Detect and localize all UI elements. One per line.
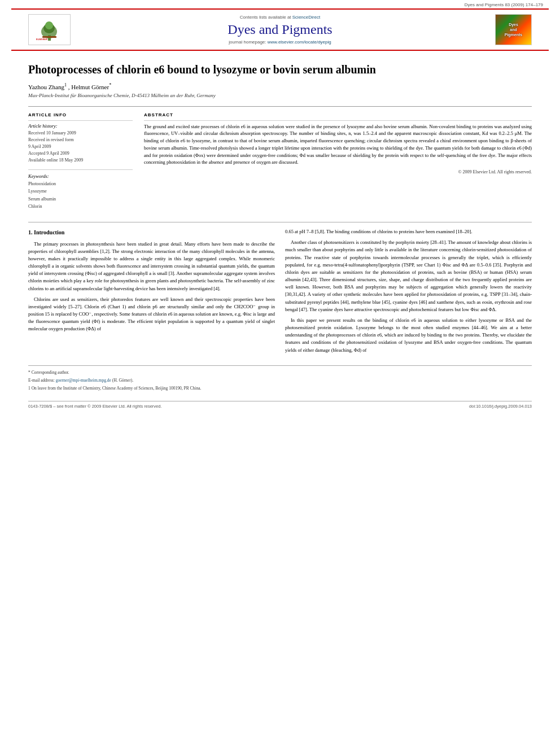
online-date: Available online 18 May 2009 <box>28 157 133 164</box>
journal-title: Dyes and Pigments <box>79 22 481 37</box>
content-area: Photoprocesses of chlorin e6 bound to ly… <box>0 62 560 411</box>
keywords-label: Keywords: <box>28 173 133 179</box>
abstract-column: ABSTRACT The ground and excited state pr… <box>144 112 532 214</box>
footnotes-section: * Corresponding author. E-mail address: … <box>28 365 532 392</box>
corresponding-author-marker: * <box>109 82 111 88</box>
bottom-bar: 0143-7208/$ – see front matter © 2009 El… <box>28 401 532 411</box>
doi-text: doi:10.1016/j.dyepig.2009.04.013 <box>469 404 532 409</box>
body-para3: 0.65 at pH 7–8 [5,8]. The binding condit… <box>285 228 532 235</box>
keyword-photooxidation: Photooxidation <box>28 180 133 188</box>
keywords-list: Photooxidation Lysozyme Serum albumin Ch… <box>28 180 133 211</box>
keyword-serum-albumin: Serum albumin <box>28 195 133 203</box>
sciencedirect-line: Contents lists available at ScienceDirec… <box>79 15 481 20</box>
body-para4: Another class of photosensitizers is con… <box>285 239 532 313</box>
email-link[interactable]: goerner@mpi-muelheim.mpg.de <box>56 378 111 383</box>
dyes-logo-text: DyesandPigments <box>505 22 523 37</box>
authors-line: Yazhou Zhang1 , Helmut Görner* <box>28 82 532 90</box>
elsevier-logo-area: ELSEVIER <box>28 14 73 45</box>
svg-text:ELSEVIER: ELSEVIER <box>36 38 47 41</box>
sciencedirect-link[interactable]: ScienceDirect <box>292 15 320 20</box>
journal-ref-text: Dyes and Pigments 83 (2009) 174–179 <box>465 2 543 7</box>
elsevier-tree-icon: ELSEVIER <box>34 19 65 41</box>
homepage-url[interactable]: www.elsevier.com/locate/dyepig <box>268 40 331 45</box>
journal-header: ELSEVIER Contents lists available at Sci… <box>11 8 549 51</box>
journal-right-logo: DyesandPigments <box>487 14 532 45</box>
journal-reference: Dyes and Pigments 83 (2009) 174–179 <box>0 0 560 8</box>
dyes-pigments-logo: DyesandPigments <box>495 14 532 45</box>
body-left-col: 1. Introduction The primary processes in… <box>28 228 275 357</box>
sup1-note: 1 On leave from the Institute of Chemist… <box>28 385 532 391</box>
body-right-col: 0.65 at pH 7–8 [5,8]. The binding condit… <box>285 228 532 357</box>
author1-sup: 1 <box>64 82 67 88</box>
article-history-section: ARTICLE INFO Article history: Received 1… <box>28 112 133 164</box>
email-label: E-mail address: <box>28 378 56 383</box>
homepage-prefix: journal homepage: <box>229 40 268 45</box>
journal-homepage: journal homepage: www.elsevier.com/locat… <box>79 40 481 45</box>
body-para5: In this paper we present results on the … <box>285 317 532 354</box>
info-abstract-columns: ARTICLE INFO Article history: Received 1… <box>28 106 532 214</box>
keyword-chlorin: Chlorin <box>28 203 133 211</box>
page-wrapper: Dyes and Pigments 83 (2009) 174–179 ELSE… <box>0 0 560 747</box>
email-suffix: (H. Görner). <box>112 378 133 383</box>
article-history-label: Article history: <box>28 123 133 129</box>
abstract-text: The ground and excited state processes o… <box>144 123 532 167</box>
intro-para1: The primary processes in photosynthesis … <box>28 241 275 292</box>
author1-name: Yazhou Zhang <box>28 84 64 90</box>
revised-label: Received in revised form <box>28 137 133 143</box>
received-date: Received 10 January 2009 <box>28 130 133 137</box>
article-info-label: ARTICLE INFO <box>28 112 133 117</box>
revised-date: 9 April 2009 <box>28 143 133 150</box>
keyword-lysozyme: Lysozyme <box>28 187 133 195</box>
article-title: Photoprocesses of chlorin e6 bound to ly… <box>28 62 532 77</box>
sciencedirect-prefix: Contents lists available at <box>240 15 292 20</box>
issn-text: 0143-7208/$ – see front matter © 2009 El… <box>28 404 162 409</box>
abstract-label: ABSTRACT <box>144 112 532 117</box>
accepted-date: Accepted 9 April 2009 <box>28 150 133 157</box>
section-divider <box>28 222 532 222</box>
body-columns: 1. Introduction The primary processes in… <box>28 228 532 357</box>
author2-name: , Helmut Görner <box>68 84 109 90</box>
copyright-line: © 2009 Elsevier Ltd. All rights reserved… <box>144 169 532 174</box>
keywords-section: Keywords: Photooxidation Lysozyme Serum … <box>28 173 133 211</box>
email-note: E-mail address: goerner@mpi-muelheim.mpg… <box>28 377 532 383</box>
corresponding-author-note: * Corresponding author. <box>28 369 532 375</box>
intro-heading: 1. Introduction <box>28 228 275 237</box>
elsevier-logo-box: ELSEVIER <box>28 14 71 45</box>
svg-point-3 <box>45 21 53 29</box>
affiliation: Max-Planck-Institut für Bioanorganische … <box>28 93 532 98</box>
intro-para2: Chlorins are used as sensitizers, their … <box>28 296 275 333</box>
article-info-column: ARTICLE INFO Article history: Received 1… <box>28 112 133 214</box>
journal-center: Contents lists available at ScienceDirec… <box>73 15 487 45</box>
